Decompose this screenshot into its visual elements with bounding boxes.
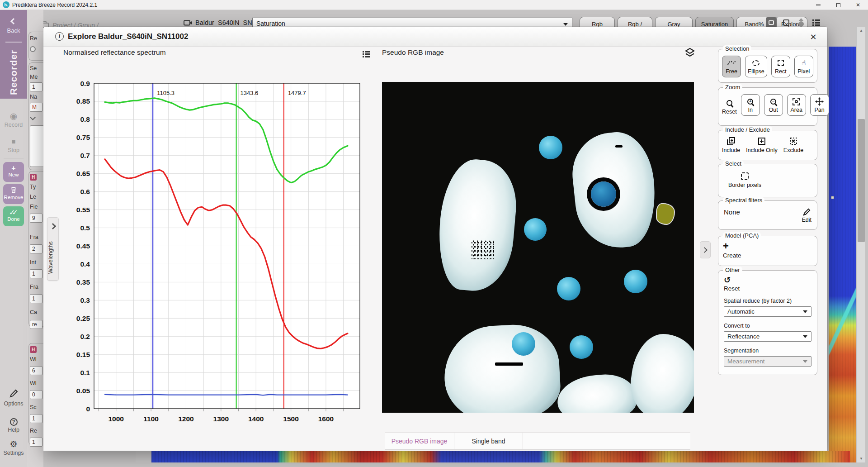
in-button[interactable]: +In bbox=[741, 94, 760, 116]
reset-other-button[interactable]: ↺ Reset bbox=[724, 276, 811, 292]
back-button[interactable]: Back bbox=[0, 17, 27, 34]
svg-text:0.05: 0.05 bbox=[76, 387, 90, 395]
form-input-fragment[interactable]: 1 bbox=[30, 82, 42, 91]
include-icon bbox=[726, 137, 736, 146]
pan-icon bbox=[815, 97, 824, 106]
create-model-button[interactable]: + Create bbox=[718, 236, 817, 259]
chart-panel-title: Normalised reflectance spectrum bbox=[63, 48, 166, 57]
dialog-title: Explore Baldur_S640iN_SN11002 bbox=[68, 32, 188, 41]
wavelengths-collapsed-panel[interactable]: Wavelengths bbox=[47, 217, 59, 281]
form-label-fragment: Wl bbox=[30, 356, 37, 362]
trash-icon bbox=[3, 186, 24, 195]
help-button[interactable]: ? Help bbox=[0, 416, 27, 433]
exclude-button[interactable]: Exclude bbox=[783, 136, 803, 154]
selection-group: Selection FreeEllipseRect☝Pixel bbox=[718, 49, 817, 83]
gear-icon: ⚙ bbox=[0, 440, 27, 449]
window-minimize-icon[interactable] bbox=[808, 0, 828, 10]
form-input-fragment[interactable]: 2 bbox=[30, 244, 42, 253]
pan-button[interactable]: Pan bbox=[810, 94, 829, 116]
edit-filters-button[interactable]: Edit bbox=[802, 208, 811, 223]
svg-text:0: 0 bbox=[86, 405, 90, 413]
tab-single-band[interactable]: Single band bbox=[454, 433, 523, 449]
form-input-fragment[interactable]: M bbox=[30, 103, 42, 112]
pseudo-rgb-image[interactable] bbox=[382, 82, 694, 413]
svg-text:0.3: 0.3 bbox=[80, 296, 90, 304]
ellipse-button[interactable]: Ellipse bbox=[745, 56, 767, 77]
form-label-fragment: Fie bbox=[30, 204, 38, 210]
image-panel-title: Pseudo RGB image bbox=[382, 48, 444, 57]
settings-button[interactable]: ⚙ Settings bbox=[0, 440, 27, 456]
scroll-down-icon[interactable]: ▼ bbox=[857, 455, 866, 462]
form-input-fragment[interactable]: 9 bbox=[30, 214, 42, 223]
blue-disc bbox=[591, 181, 616, 207]
waterfall-heatmap-right bbox=[829, 47, 856, 462]
other-group: Other ↺ Reset Spatial reduce (by factor … bbox=[718, 270, 817, 375]
form-input-fragment[interactable]: 1 bbox=[30, 438, 42, 447]
blue-disc bbox=[570, 335, 593, 359]
svg-text:1600: 1600 bbox=[318, 415, 334, 423]
recorder-sidebar: Back Recorder ◉ Record ■ Stop + New Remo… bbox=[0, 10, 27, 467]
form-input-fragment[interactable]: 6 bbox=[30, 366, 42, 375]
done-button[interactable]: ✓✓ Done bbox=[3, 206, 24, 226]
status-badge: H bbox=[30, 346, 37, 353]
free-selection-region[interactable] bbox=[656, 203, 675, 225]
new-button[interactable]: + New bbox=[3, 162, 24, 182]
free-button[interactable]: Free bbox=[722, 56, 741, 77]
spectrum-chart[interactable]: 1105.31343.61479.700.050.10.150.20.250.3… bbox=[66, 80, 364, 424]
area-button[interactable]: Area bbox=[787, 94, 806, 116]
chart-options-icon[interactable] bbox=[363, 50, 370, 58]
rotate-reset-icon: ↺ bbox=[724, 276, 731, 285]
rect-button[interactable]: Rect bbox=[771, 56, 790, 77]
form-input-fragment[interactable]: 1 bbox=[30, 294, 42, 303]
svg-text:0.4: 0.4 bbox=[80, 260, 90, 268]
scrollbar-thumb[interactable] bbox=[858, 119, 865, 242]
form-label-fragment: Le bbox=[30, 194, 36, 200]
app-logo-icon: b. bbox=[3, 1, 9, 8]
pencil-icon bbox=[803, 208, 811, 216]
tab-pseudo-rgb-image[interactable]: Pseudo RGB image bbox=[385, 433, 454, 449]
layers-icon[interactable] bbox=[684, 48, 695, 59]
out-button[interactable]: −Out bbox=[764, 94, 783, 116]
zoom-area-icon bbox=[793, 97, 800, 106]
image-view-tabs: Pseudo RGB imageSingle band bbox=[385, 432, 690, 450]
vertical-scrollbar[interactable]: ▲ ▼ bbox=[856, 27, 865, 462]
pixel-button[interactable]: ☝Pixel bbox=[794, 56, 813, 77]
spatial-reduce-select[interactable]: Automatic bbox=[724, 306, 811, 317]
options-button[interactable]: Options bbox=[0, 389, 27, 407]
form-label-fragment: Na bbox=[30, 94, 37, 100]
convert-to-select[interactable]: Reflectance bbox=[724, 331, 811, 342]
remove-button[interactable]: Remove bbox=[3, 184, 24, 204]
window-maximize-icon[interactable] bbox=[828, 0, 848, 10]
form-input-fragment[interactable]: 1 bbox=[30, 269, 42, 278]
form-input-fragment[interactable]: re bbox=[30, 320, 42, 329]
dialog-close-icon[interactable]: ✕ bbox=[807, 31, 819, 43]
include-button[interactable]: Include bbox=[722, 136, 740, 154]
explore-dialog: i Explore Baldur_S640iN_SN11002 ✕ Normal… bbox=[43, 27, 827, 451]
info-icon: i bbox=[55, 32, 64, 41]
include-only-button[interactable]: Include Only bbox=[746, 136, 777, 154]
chevron-left-icon bbox=[10, 18, 17, 24]
window-titlebar: b. Prediktera Breeze Record 2024.2.1 ✕ bbox=[0, 0, 868, 10]
form-label-fragment: Re bbox=[30, 428, 37, 434]
chevron-down-icon bbox=[803, 310, 807, 313]
blue-disc bbox=[557, 277, 580, 300]
window-close-icon[interactable]: ✕ bbox=[848, 0, 868, 10]
svg-text:1479.7: 1479.7 bbox=[288, 90, 306, 96]
scroll-up-icon[interactable]: ▲ bbox=[857, 27, 866, 34]
recorder-mode-label: Recorder bbox=[0, 47, 27, 98]
border-pixels-button[interactable]: Border pixels bbox=[728, 171, 761, 189]
segmentation-label: Segmentation bbox=[724, 348, 811, 354]
stop-button[interactable]: ■ Stop bbox=[0, 137, 27, 153]
record-button[interactable]: ◉ Record bbox=[0, 112, 27, 128]
ellipse-icon bbox=[752, 58, 760, 67]
form-label-fragment: Int bbox=[30, 259, 36, 266]
svg-text:1500: 1500 bbox=[283, 415, 298, 423]
form-input-fragment[interactable]: 0 bbox=[30, 390, 42, 399]
reset-button[interactable]: Reset bbox=[722, 97, 737, 116]
blue-disc bbox=[539, 136, 562, 159]
tools-collapse-button[interactable] bbox=[700, 241, 711, 258]
form-input-fragment[interactable]: 1 bbox=[30, 414, 42, 423]
wavelengths-label: Wavelengths bbox=[47, 236, 59, 279]
dash-mark bbox=[495, 362, 523, 366]
segmentation-select: Measurement bbox=[724, 356, 811, 367]
